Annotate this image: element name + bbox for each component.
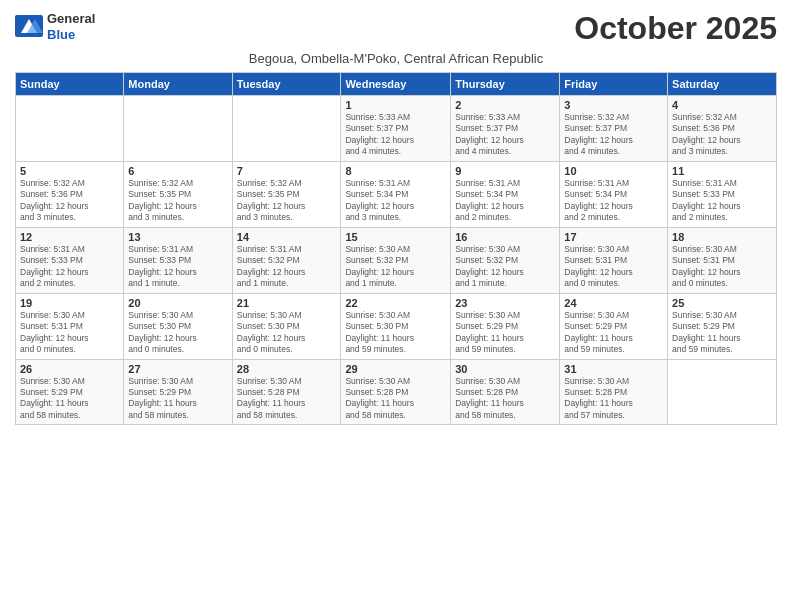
day-number: 19 <box>20 297 119 309</box>
day-number: 11 <box>672 165 772 177</box>
day-number: 13 <box>128 231 227 243</box>
day-cell: 3Sunrise: 5:32 AM Sunset: 5:37 PM Daylig… <box>560 96 668 162</box>
day-number: 10 <box>564 165 663 177</box>
week-row-1: 1Sunrise: 5:33 AM Sunset: 5:37 PM Daylig… <box>16 96 777 162</box>
day-cell: 21Sunrise: 5:30 AM Sunset: 5:30 PM Dayli… <box>232 293 341 359</box>
day-cell: 14Sunrise: 5:31 AM Sunset: 5:32 PM Dayli… <box>232 227 341 293</box>
day-info: Sunrise: 5:30 AM Sunset: 5:32 PM Dayligh… <box>455 244 555 290</box>
day-number: 17 <box>564 231 663 243</box>
day-info: Sunrise: 5:32 AM Sunset: 5:35 PM Dayligh… <box>237 178 337 224</box>
col-header-sunday: Sunday <box>16 73 124 96</box>
day-cell: 22Sunrise: 5:30 AM Sunset: 5:30 PM Dayli… <box>341 293 451 359</box>
day-cell <box>16 96 124 162</box>
day-number: 29 <box>345 363 446 375</box>
col-header-thursday: Thursday <box>451 73 560 96</box>
day-info: Sunrise: 5:30 AM Sunset: 5:29 PM Dayligh… <box>564 310 663 356</box>
day-number: 31 <box>564 363 663 375</box>
day-info: Sunrise: 5:30 AM Sunset: 5:30 PM Dayligh… <box>345 310 446 356</box>
day-number: 4 <box>672 99 772 111</box>
day-cell: 5Sunrise: 5:32 AM Sunset: 5:36 PM Daylig… <box>16 161 124 227</box>
col-header-tuesday: Tuesday <box>232 73 341 96</box>
day-info: Sunrise: 5:30 AM Sunset: 5:28 PM Dayligh… <box>455 376 555 422</box>
day-cell: 12Sunrise: 5:31 AM Sunset: 5:33 PM Dayli… <box>16 227 124 293</box>
day-cell: 6Sunrise: 5:32 AM Sunset: 5:35 PM Daylig… <box>124 161 232 227</box>
day-number: 27 <box>128 363 227 375</box>
day-number: 5 <box>20 165 119 177</box>
day-number: 18 <box>672 231 772 243</box>
day-info: Sunrise: 5:30 AM Sunset: 5:28 PM Dayligh… <box>345 376 446 422</box>
col-header-saturday: Saturday <box>668 73 777 96</box>
day-info: Sunrise: 5:33 AM Sunset: 5:37 PM Dayligh… <box>345 112 446 158</box>
day-cell: 31Sunrise: 5:30 AM Sunset: 5:28 PM Dayli… <box>560 359 668 425</box>
day-cell: 27Sunrise: 5:30 AM Sunset: 5:29 PM Dayli… <box>124 359 232 425</box>
day-cell: 7Sunrise: 5:32 AM Sunset: 5:35 PM Daylig… <box>232 161 341 227</box>
day-info: Sunrise: 5:30 AM Sunset: 5:29 PM Dayligh… <box>455 310 555 356</box>
day-info: Sunrise: 5:30 AM Sunset: 5:31 PM Dayligh… <box>672 244 772 290</box>
day-number: 1 <box>345 99 446 111</box>
day-info: Sunrise: 5:30 AM Sunset: 5:32 PM Dayligh… <box>345 244 446 290</box>
day-number: 9 <box>455 165 555 177</box>
day-info: Sunrise: 5:30 AM Sunset: 5:29 PM Dayligh… <box>20 376 119 422</box>
day-info: Sunrise: 5:30 AM Sunset: 5:30 PM Dayligh… <box>237 310 337 356</box>
day-number: 28 <box>237 363 337 375</box>
day-info: Sunrise: 5:31 AM Sunset: 5:33 PM Dayligh… <box>20 244 119 290</box>
day-number: 2 <box>455 99 555 111</box>
calendar-page: General Blue October 2025 Begoua, Ombell… <box>0 0 792 435</box>
day-info: Sunrise: 5:30 AM Sunset: 5:29 PM Dayligh… <box>672 310 772 356</box>
day-number: 3 <box>564 99 663 111</box>
col-header-monday: Monday <box>124 73 232 96</box>
day-info: Sunrise: 5:32 AM Sunset: 5:36 PM Dayligh… <box>672 112 772 158</box>
day-cell: 4Sunrise: 5:32 AM Sunset: 5:36 PM Daylig… <box>668 96 777 162</box>
day-info: Sunrise: 5:30 AM Sunset: 5:31 PM Dayligh… <box>564 244 663 290</box>
week-row-4: 19Sunrise: 5:30 AM Sunset: 5:31 PM Dayli… <box>16 293 777 359</box>
day-info: Sunrise: 5:31 AM Sunset: 5:33 PM Dayligh… <box>672 178 772 224</box>
day-number: 22 <box>345 297 446 309</box>
logo: General Blue <box>15 10 95 42</box>
logo-icon <box>15 15 43 37</box>
day-cell <box>124 96 232 162</box>
day-cell: 9Sunrise: 5:31 AM Sunset: 5:34 PM Daylig… <box>451 161 560 227</box>
week-row-2: 5Sunrise: 5:32 AM Sunset: 5:36 PM Daylig… <box>16 161 777 227</box>
day-info: Sunrise: 5:33 AM Sunset: 5:37 PM Dayligh… <box>455 112 555 158</box>
day-cell: 16Sunrise: 5:30 AM Sunset: 5:32 PM Dayli… <box>451 227 560 293</box>
day-number: 21 <box>237 297 337 309</box>
day-number: 30 <box>455 363 555 375</box>
day-number: 12 <box>20 231 119 243</box>
day-number: 14 <box>237 231 337 243</box>
day-info: Sunrise: 5:31 AM Sunset: 5:33 PM Dayligh… <box>128 244 227 290</box>
day-cell: 2Sunrise: 5:33 AM Sunset: 5:37 PM Daylig… <box>451 96 560 162</box>
day-cell: 25Sunrise: 5:30 AM Sunset: 5:29 PM Dayli… <box>668 293 777 359</box>
day-info: Sunrise: 5:30 AM Sunset: 5:28 PM Dayligh… <box>237 376 337 422</box>
day-cell: 24Sunrise: 5:30 AM Sunset: 5:29 PM Dayli… <box>560 293 668 359</box>
day-number: 16 <box>455 231 555 243</box>
subtitle: Begoua, Ombella-M'Poko, Central African … <box>15 51 777 66</box>
day-info: Sunrise: 5:32 AM Sunset: 5:35 PM Dayligh… <box>128 178 227 224</box>
day-info: Sunrise: 5:30 AM Sunset: 5:31 PM Dayligh… <box>20 310 119 356</box>
day-info: Sunrise: 5:30 AM Sunset: 5:30 PM Dayligh… <box>128 310 227 356</box>
day-number: 7 <box>237 165 337 177</box>
day-info: Sunrise: 5:31 AM Sunset: 5:34 PM Dayligh… <box>345 178 446 224</box>
col-header-wednesday: Wednesday <box>341 73 451 96</box>
day-cell: 11Sunrise: 5:31 AM Sunset: 5:33 PM Dayli… <box>668 161 777 227</box>
day-info: Sunrise: 5:31 AM Sunset: 5:34 PM Dayligh… <box>564 178 663 224</box>
day-cell: 17Sunrise: 5:30 AM Sunset: 5:31 PM Dayli… <box>560 227 668 293</box>
day-number: 25 <box>672 297 772 309</box>
day-number: 23 <box>455 297 555 309</box>
day-cell: 20Sunrise: 5:30 AM Sunset: 5:30 PM Dayli… <box>124 293 232 359</box>
day-cell: 29Sunrise: 5:30 AM Sunset: 5:28 PM Dayli… <box>341 359 451 425</box>
day-cell: 1Sunrise: 5:33 AM Sunset: 5:37 PM Daylig… <box>341 96 451 162</box>
day-info: Sunrise: 5:31 AM Sunset: 5:34 PM Dayligh… <box>455 178 555 224</box>
calendar-table: SundayMondayTuesdayWednesdayThursdayFrid… <box>15 72 777 425</box>
day-info: Sunrise: 5:32 AM Sunset: 5:37 PM Dayligh… <box>564 112 663 158</box>
day-info: Sunrise: 5:32 AM Sunset: 5:36 PM Dayligh… <box>20 178 119 224</box>
day-cell: 19Sunrise: 5:30 AM Sunset: 5:31 PM Dayli… <box>16 293 124 359</box>
header: General Blue October 2025 <box>15 10 777 47</box>
day-cell: 13Sunrise: 5:31 AM Sunset: 5:33 PM Dayli… <box>124 227 232 293</box>
col-header-friday: Friday <box>560 73 668 96</box>
day-cell: 18Sunrise: 5:30 AM Sunset: 5:31 PM Dayli… <box>668 227 777 293</box>
day-cell <box>668 359 777 425</box>
day-number: 26 <box>20 363 119 375</box>
day-info: Sunrise: 5:30 AM Sunset: 5:28 PM Dayligh… <box>564 376 663 422</box>
day-cell <box>232 96 341 162</box>
day-cell: 28Sunrise: 5:30 AM Sunset: 5:28 PM Dayli… <box>232 359 341 425</box>
